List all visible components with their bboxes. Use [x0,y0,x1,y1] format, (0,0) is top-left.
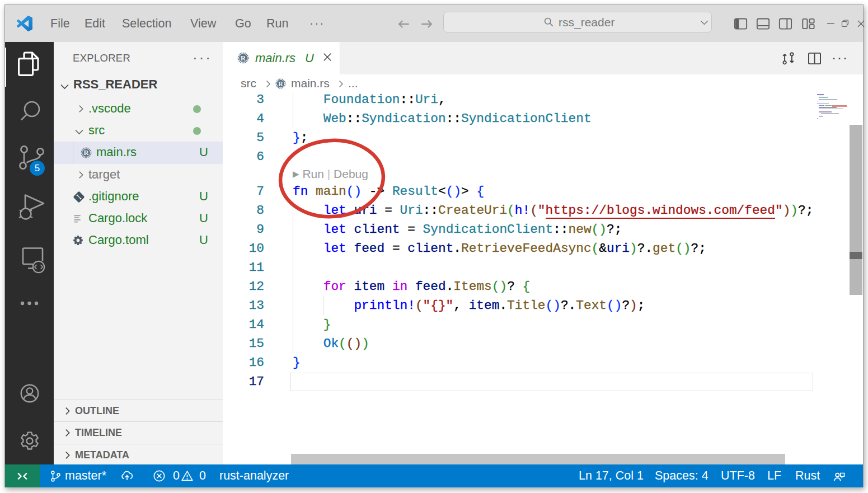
svg-text:R: R [278,80,283,88]
svg-text:R: R [84,149,90,157]
svg-text:R: R [241,54,246,62]
